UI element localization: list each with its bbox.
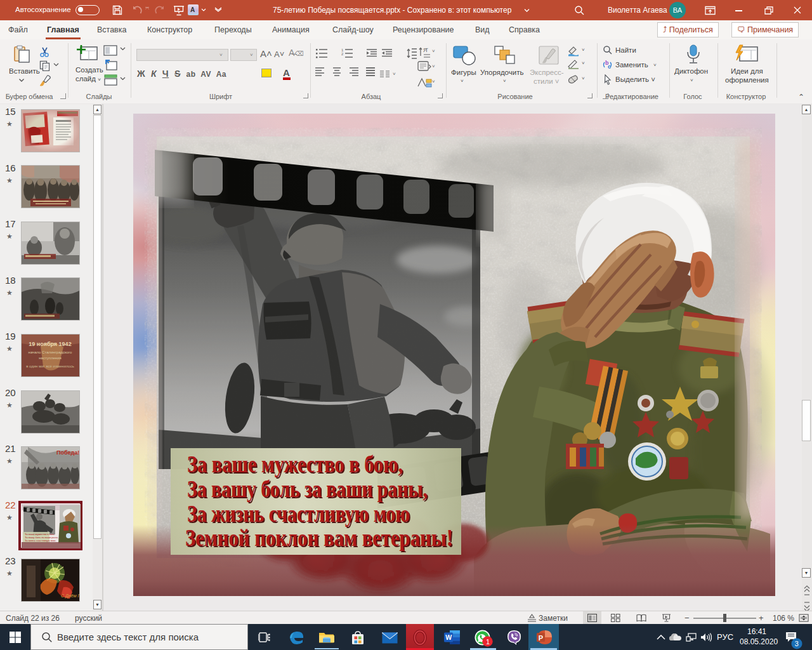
svg-text:За жизнь счастливую мою: За жизнь счастливую мою [187,501,410,527]
svg-text:Я̆: Я̆ [423,47,428,53]
svg-text:начало Сталинградского: начало Сталинградского [29,350,73,354]
svg-text:За жизнь счастливую мою: За жизнь счастливую мою [25,539,56,542]
svg-text:2: 2 [341,52,344,56]
svg-text:19 ноября 1942: 19 ноября 1942 [29,341,71,347]
svg-text:W: W [445,633,452,641]
svg-text:С Днём Победы!: С Днём Победы! [61,594,79,599]
svg-text:За ваше мужество в бою,: За ваше мужество в бою, [187,451,403,477]
svg-text:1: 1 [486,638,490,646]
svg-text:в один миг всё изменилось: в один миг всё изменилось [26,364,74,368]
svg-text:Победа!!!: Победа!!! [56,449,79,456]
svg-text:Земной поклон вам ветераны!: Земной поклон вам ветераны! [185,525,453,551]
svg-text:За вашу боль за ваши раны,: За вашу боль за ваши раны, [187,476,428,502]
svg-text:P: P [539,634,543,642]
svg-text:3: 3 [795,640,799,647]
svg-text:наступления: наступления [39,356,61,360]
